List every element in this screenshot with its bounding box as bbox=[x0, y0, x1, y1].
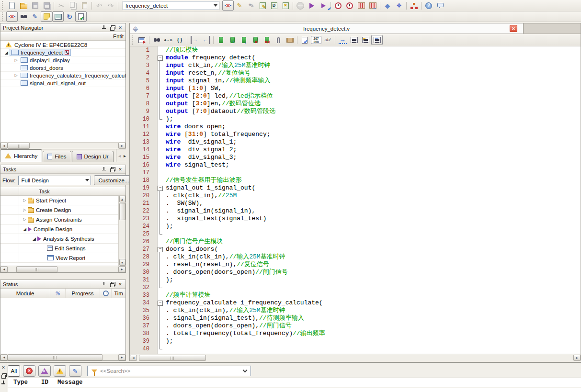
filter-critical-warnings-button[interactable] bbox=[38, 365, 51, 377]
progress-column-header[interactable]: Progress bbox=[66, 289, 100, 298]
code-line-17[interactable]: 17 bbox=[130, 169, 581, 177]
programmer-button[interactable]: ◆ bbox=[382, 0, 393, 11]
assignment-editor-button[interactable]: ✎ bbox=[234, 0, 245, 11]
id-column-header[interactable]: ID bbox=[41, 379, 48, 386]
code-line-12[interactable]: 12wire [31:0] total_frequency; bbox=[130, 131, 581, 138]
task-tree-item-6[interactable]: View Report bbox=[0, 253, 118, 263]
fold-toggle[interactable] bbox=[157, 184, 165, 192]
scrollbar-track[interactable] bbox=[8, 143, 118, 149]
cut-button[interactable]: ✂ bbox=[56, 0, 67, 11]
code-line-27[interactable]: 27doors i_doors( bbox=[130, 246, 581, 253]
nav-tree-item-2[interactable]: ▷display:i_display bbox=[0, 56, 125, 64]
line-count-button[interactable]: 267268 bbox=[310, 35, 322, 45]
scroll-right-button[interactable]: ▸ bbox=[118, 143, 125, 149]
code-line-26[interactable]: 26//闸门信号产生模块 bbox=[130, 238, 581, 246]
code-line-15[interactable]: 15wire div_signal_3; bbox=[130, 154, 581, 161]
customize-button[interactable]: Customize... bbox=[94, 175, 133, 185]
scroll-left-button[interactable]: ◂ bbox=[0, 354, 8, 360]
expand-caret-icon[interactable]: ▷ bbox=[13, 58, 19, 62]
scroll-down-button[interactable]: ▾ bbox=[119, 259, 125, 266]
stop-processing-button[interactable]: STOP bbox=[295, 0, 306, 11]
code-line-9[interactable]: 9output [7:0]dataout//数码管段选 bbox=[130, 108, 581, 115]
task-tree-item-0[interactable]: ▷Start Project bbox=[0, 196, 118, 205]
netlist-viewer-button[interactable] bbox=[408, 0, 420, 11]
scrollbar-track[interactable] bbox=[119, 202, 125, 259]
code-line-11[interactable]: 11wire doors_open; bbox=[130, 123, 581, 131]
save-all-button[interactable] bbox=[41, 0, 52, 11]
code-line-7[interactable]: 7output [2:0] led,//led指示档位 bbox=[130, 92, 581, 100]
code-line-28[interactable]: 28. clk_in(clk_in),//输入25M基准时钟 bbox=[130, 253, 581, 261]
attach-button[interactable] bbox=[273, 35, 284, 45]
pin-icon[interactable] bbox=[101, 281, 107, 287]
type-column-header[interactable]: Type bbox=[13, 379, 28, 386]
code-line-10[interactable]: 10); bbox=[130, 115, 581, 123]
scrollbar-thumb[interactable] bbox=[119, 203, 125, 220]
code-line-35[interactable]: 35. clk_in(clk_in),//输入25M基准时钟 bbox=[130, 307, 581, 314]
comment-button[interactable]: ab/ bbox=[322, 35, 333, 45]
project-navigator-button[interactable]: ✕ bbox=[222, 0, 234, 11]
code-line-32[interactable]: 32 bbox=[130, 284, 581, 291]
scrollbar-track[interactable] bbox=[8, 354, 118, 360]
filter-all-button[interactable]: All bbox=[8, 365, 20, 377]
scrollbar-thumb[interactable] bbox=[8, 143, 30, 149]
expand-caret-icon[interactable]: ▷ bbox=[22, 208, 28, 212]
refresh-button[interactable]: ↻ bbox=[64, 11, 75, 22]
fold-view-2-button[interactable] bbox=[360, 35, 371, 45]
start-analysis-synthesis-button[interactable] bbox=[318, 0, 329, 11]
open-file-button[interactable] bbox=[18, 0, 29, 11]
code-editor[interactable]: 1//顶层模块2module frequency_detect(3input c… bbox=[130, 46, 581, 354]
code-line-1[interactable]: 1//顶层模块 bbox=[130, 46, 581, 54]
expand-caret-icon[interactable]: ▷ bbox=[22, 217, 28, 222]
pin-icon[interactable] bbox=[101, 167, 107, 172]
scrollbar-track[interactable] bbox=[8, 266, 118, 272]
float-icon[interactable] bbox=[109, 281, 115, 287]
code-line-4[interactable]: 4input reset_n,//复位信号 bbox=[130, 69, 581, 77]
code-line-34[interactable]: 34frequency_calculate i_frequency_calcul… bbox=[130, 299, 581, 307]
nav-tree-item-4[interactable]: ▷frequency_calculate:i_frequency_calcula bbox=[0, 72, 125, 79]
flow-combo[interactable]: Full Design bbox=[18, 176, 91, 185]
collapse-caret-icon[interactable]: ◢ bbox=[22, 227, 28, 232]
close-icon[interactable]: ✕ bbox=[117, 167, 123, 172]
scroll-right-button[interactable]: ▸ bbox=[118, 354, 125, 360]
find-matching-delimiter-button[interactable]: { } bbox=[174, 35, 185, 45]
task-tree-item-2[interactable]: ▷Assign Constraints bbox=[0, 215, 118, 224]
scrollbar-thumb[interactable] bbox=[8, 354, 103, 360]
percent-column-header[interactable]: % bbox=[50, 289, 66, 298]
scroll-left-button[interactable]: ◂ bbox=[0, 143, 8, 149]
float-icon[interactable] bbox=[109, 167, 115, 172]
find-button[interactable] bbox=[151, 35, 162, 45]
code-line-37[interactable]: 37. doors_open(doors_open),//闸门信号 bbox=[130, 322, 581, 330]
toolbar-grip[interactable] bbox=[2, 1, 4, 10]
code-line-22[interactable]: 22. signal_in(signal_in), bbox=[130, 207, 581, 215]
scroll-right-button[interactable]: ▸ bbox=[118, 266, 125, 272]
fold-toggle[interactable] bbox=[157, 54, 165, 62]
unindent-button[interactable]: ← bbox=[200, 35, 212, 45]
collapse-caret-icon[interactable]: ◢ bbox=[3, 50, 10, 55]
code-line-29[interactable]: 29. reset_n(reset_n),//复位信号 bbox=[130, 261, 581, 269]
fold-toggle[interactable] bbox=[157, 246, 165, 253]
code-line-30[interactable]: 30. doors_open(doors_open)//闸门信号 bbox=[130, 269, 581, 276]
toolbar-grip[interactable] bbox=[132, 35, 134, 45]
copy-button[interactable] bbox=[67, 0, 79, 11]
chip-planner-button[interactable]: ❖ bbox=[393, 0, 405, 11]
replace-button[interactable]: A→B bbox=[162, 35, 174, 45]
scroll-left-button[interactable]: ◂ bbox=[130, 355, 137, 361]
time-icon-column-header[interactable] bbox=[100, 289, 112, 298]
rtl-simulation-button[interactable] bbox=[367, 0, 378, 11]
scrollbar-thumb[interactable] bbox=[16, 266, 57, 272]
scrollbar-thumb[interactable] bbox=[139, 355, 206, 361]
device-button[interactable] bbox=[268, 0, 280, 11]
entity-column-header[interactable]: Entit bbox=[0, 32, 125, 41]
scroll-left-button[interactable]: ◂ bbox=[0, 266, 8, 272]
timequest-button[interactable] bbox=[344, 0, 355, 11]
close-icon[interactable]: ✕ bbox=[0, 365, 6, 370]
save-button[interactable] bbox=[29, 0, 41, 11]
messages-toggle-button[interactable] bbox=[75, 11, 87, 22]
tab-files[interactable]: Files bbox=[43, 151, 71, 162]
code-line-5[interactable]: 5input signal_in,//待测频率输入 bbox=[130, 77, 581, 85]
float-icon[interactable] bbox=[0, 372, 6, 378]
feedback-button[interactable] bbox=[434, 0, 446, 11]
undo-button[interactable]: ↶ bbox=[93, 0, 105, 11]
code-line-38[interactable]: 38. total_frequency(total_frequency)//输出… bbox=[130, 330, 581, 337]
assignments-button[interactable] bbox=[280, 0, 291, 11]
